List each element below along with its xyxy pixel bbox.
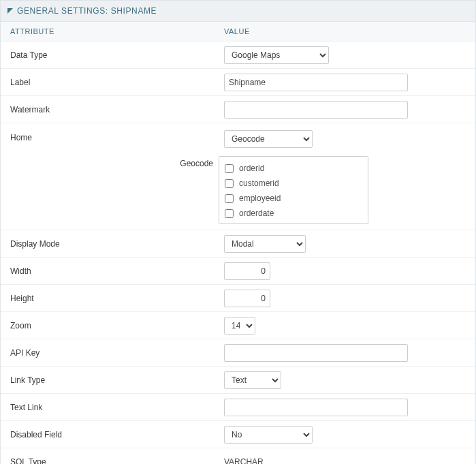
column-headers: ATTRIBUTE VALUE	[1, 22, 475, 42]
width-input[interactable]	[224, 262, 270, 280]
home-select[interactable]: Geocode	[224, 130, 313, 148]
geocode-option-label: employeeid	[239, 194, 281, 203]
api-key-input[interactable]	[224, 344, 408, 362]
label-input[interactable]	[224, 74, 408, 91]
geocode-option-label: customerid	[239, 179, 279, 188]
disabled-field-select[interactable]: No	[224, 426, 313, 444]
attr-label: Label	[1, 78, 219, 87]
watermark-input[interactable]	[224, 101, 408, 119]
row-zoom: Zoom 14	[1, 312, 475, 339]
display-mode-select[interactable]: Modal	[224, 235, 306, 253]
sql-type-value: VARCHAR	[224, 457, 264, 464]
collapse-icon	[7, 6, 13, 16]
row-disabled-field: Disabled Field No	[1, 421, 475, 448]
text-link-input[interactable]	[224, 399, 408, 416]
zoom-select[interactable]: 14	[224, 317, 255, 335]
geocode-checkbox-customerid[interactable]	[225, 179, 234, 188]
attr-text-link: Text Link	[1, 403, 219, 412]
row-api-key: API Key	[1, 339, 475, 367]
attr-disabled-field: Disabled Field	[1, 430, 219, 439]
attr-data-type: Data Type	[1, 50, 219, 60]
column-header-attribute: ATTRIBUTE	[1, 27, 219, 35]
row-text-link: Text Link	[1, 394, 475, 421]
attr-sql-type: SQL Type	[1, 457, 219, 464]
attr-home: Home	[1, 130, 219, 142]
geocode-option-label: orderdate	[239, 208, 274, 218]
row-width: Width	[1, 258, 475, 285]
row-height: Height	[1, 285, 475, 312]
attr-link-type: Link Type	[1, 375, 219, 385]
geocode-option-label: orderid	[239, 164, 264, 173]
link-type-select[interactable]: Text	[224, 371, 281, 389]
geocode-option[interactable]: orderid	[225, 161, 362, 176]
geocode-checkbox-orderdate[interactable]	[225, 209, 234, 218]
attr-height: Height	[1, 294, 219, 303]
row-display-mode: Display Mode Modal	[1, 230, 475, 258]
row-home: Home Geocode Geocode orderid customerid	[1, 123, 475, 230]
attr-display-mode: Display Mode	[1, 239, 219, 249]
height-input[interactable]	[224, 290, 270, 307]
svg-marker-0	[7, 8, 13, 14]
panel-title: GENERAL SETTINGS: SHIPNAME	[17, 6, 157, 16]
attr-width: Width	[1, 266, 219, 276]
column-header-value: VALUE	[219, 27, 475, 35]
data-type-select[interactable]: Google Maps	[224, 46, 329, 64]
geocode-label: Geocode	[157, 156, 219, 224]
row-label: Label	[1, 69, 475, 96]
geocode-listbox[interactable]: orderid customerid employeeid orderdate	[219, 156, 368, 224]
geocode-checkbox-employeeid[interactable]	[225, 194, 234, 203]
general-settings-panel: GENERAL SETTINGS: SHIPNAME ATTRIBUTE VAL…	[0, 0, 476, 464]
attr-zoom: Zoom	[1, 321, 219, 330]
row-watermark: Watermark	[1, 96, 475, 123]
row-data-type: Data Type Google Maps	[1, 42, 475, 69]
geocode-option[interactable]: employeeid	[225, 191, 362, 206]
geocode-option[interactable]: orderdate	[225, 206, 362, 221]
panel-header[interactable]: GENERAL SETTINGS: SHIPNAME	[1, 1, 475, 22]
row-sql-type: SQL Type VARCHAR	[1, 448, 475, 464]
geocode-option[interactable]: customerid	[225, 176, 362, 191]
row-link-type: Link Type Text	[1, 367, 475, 394]
attr-api-key: API Key	[1, 348, 219, 358]
attr-watermark: Watermark	[1, 105, 219, 114]
geocode-checkbox-orderid[interactable]	[225, 164, 234, 173]
